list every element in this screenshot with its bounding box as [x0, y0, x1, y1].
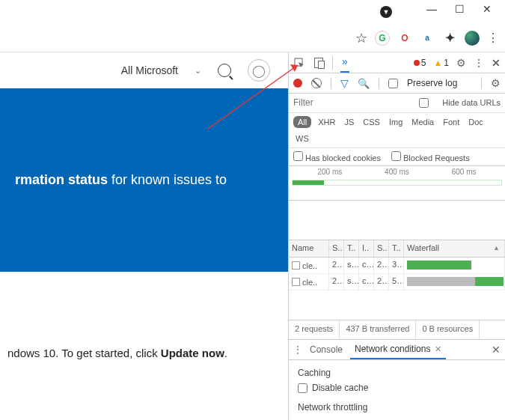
- body-text: ndows 10. To get started, click Update n…: [0, 272, 288, 367]
- browser-toolbar: ☆ G O a ✦ ⋮: [0, 24, 505, 52]
- request-table-header: Name S.. T.. I.. S.. T.. Waterfall▲: [289, 240, 505, 258]
- timeline-overview[interactable]: 200 ms 400 ms 600 ms: [289, 166, 505, 201]
- hero-text: for known issues to: [108, 172, 227, 187]
- has-blocked-cookies-checkbox[interactable]: [293, 151, 303, 161]
- disable-cache-label: Disable cache: [312, 383, 368, 393]
- filter-checks: Has blocked cookies Blocked Requests: [289, 148, 505, 166]
- blocked-requests[interactable]: Blocked Requests: [391, 151, 470, 162]
- inspect-element-icon[interactable]: [293, 57, 305, 69]
- hide-data-urls-checkbox[interactable]: [411, 98, 436, 108]
- extension-a-icon[interactable]: a: [420, 31, 435, 46]
- network-throttling-heading: Network throttling: [298, 402, 496, 413]
- settings-gear-icon[interactable]: ⚙: [456, 57, 466, 69]
- search-icon[interactable]: 🔍: [358, 78, 370, 89]
- divider: [481, 77, 482, 89]
- filter-funnel-icon[interactable]: ▽: [340, 77, 349, 89]
- type-filter-media[interactable]: Media: [409, 116, 436, 128]
- record-button[interactable]: [293, 79, 302, 88]
- all-microsoft-dropdown[interactable]: All Microsoft: [121, 64, 178, 76]
- disable-cache[interactable]: Disable cache: [298, 383, 496, 393]
- tab-label: Network conditions: [355, 344, 430, 354]
- status-bar: 2 requests 437 B transferred 0 B resourc…: [289, 320, 505, 339]
- close-tab-icon[interactable]: ✕: [435, 344, 441, 353]
- network-settings-icon[interactable]: ⚙: [491, 77, 501, 89]
- cell-size: 2..: [374, 258, 389, 273]
- device-mode-icon[interactable]: [313, 57, 325, 69]
- minimize-button[interactable]: —: [426, 3, 437, 15]
- tick-label: 400 ms: [385, 168, 409, 176]
- disable-cache-checkbox[interactable]: [298, 383, 307, 393]
- status-requests: 2 requests: [289, 320, 340, 338]
- cell-waterfall: [404, 274, 505, 290]
- blocked-requests-checkbox[interactable]: [391, 151, 401, 161]
- warning-count[interactable]: ▲1: [433, 58, 449, 68]
- close-devtools-button[interactable]: ✕: [492, 57, 501, 69]
- devtools-panel: » 5 ▲1 ⚙ ⋮ ✕ ▽ 🔍 Preserve log ⚙ Hide dat…: [288, 52, 505, 420]
- extension-grammarly-icon[interactable]: G: [375, 31, 390, 46]
- page-header: All Microsoft ⌄ ◯: [0, 52, 288, 88]
- type-filter-doc[interactable]: Doc: [466, 116, 486, 128]
- filter-input[interactable]: [293, 97, 405, 108]
- table-blank: [289, 290, 505, 320]
- cell-time: 3..: [389, 258, 404, 273]
- filter-row: Hide data URLs: [289, 94, 505, 112]
- maximize-button[interactable]: ☐: [455, 3, 465, 15]
- cell-initiator: c..: [359, 258, 374, 273]
- row-checkbox[interactable]: [292, 278, 300, 286]
- tab-console[interactable]: Console: [305, 341, 347, 359]
- tab-network-conditions[interactable]: Network conditions ✕: [350, 340, 446, 359]
- type-filter-ws[interactable]: WS: [293, 133, 311, 144]
- page-content: All Microsoft ⌄ ◯ rmation status for kno…: [0, 52, 288, 420]
- drawer-tabs: ⋮ Console Network conditions ✕ ✕: [289, 340, 505, 360]
- security-shield-icon[interactable]: ▼: [380, 6, 392, 18]
- hero-banner: rmation status for known issues to: [0, 88, 288, 272]
- timeline-track: [292, 180, 502, 186]
- drawer-menu-icon[interactable]: ⋮: [293, 344, 302, 355]
- type-filter-js[interactable]: JS: [342, 116, 356, 128]
- close-window-button[interactable]: ✕: [483, 3, 492, 15]
- type-filter-img[interactable]: Img: [387, 116, 405, 128]
- timeline-detail: [289, 201, 505, 240]
- preserve-log-checkbox[interactable]: [388, 79, 398, 88]
- cell-waterfall: [404, 258, 505, 273]
- extensions-icon[interactable]: ✦: [442, 31, 457, 46]
- hide-data-urls-label: Hide data URLs: [442, 98, 501, 107]
- type-filter-xhr[interactable]: XHR: [316, 116, 337, 128]
- error-count[interactable]: 5: [414, 58, 426, 68]
- row-checkbox[interactable]: [292, 261, 300, 270]
- body-text-part: ndows 10. To get started, click: [7, 347, 161, 359]
- window-controls: — ☐ ✕: [413, 0, 505, 18]
- user-account-icon[interactable]: ◯: [248, 59, 270, 82]
- type-filter-css[interactable]: CSS: [361, 116, 382, 128]
- type-filter-all[interactable]: All: [293, 116, 311, 128]
- cell-initiator: c..: [359, 274, 374, 290]
- sort-triangle-icon: ▲: [493, 244, 500, 252]
- blocked-requests-label: Blocked Requests: [403, 153, 470, 162]
- cell-type: s..: [344, 258, 359, 273]
- request-row[interactable]: cle.. 2.. s.. c.. 2.. 3..: [289, 258, 505, 274]
- status-transferred: 437 B transferred: [340, 320, 416, 338]
- clear-button[interactable]: [311, 78, 322, 88]
- extension-opera-icon[interactable]: O: [397, 31, 412, 46]
- col-status[interactable]: S..: [329, 240, 344, 257]
- close-drawer-button[interactable]: ✕: [492, 344, 501, 356]
- devtools-menu-icon[interactable]: ⋮: [474, 57, 484, 69]
- cell-status: 2..: [329, 258, 344, 273]
- browser-menu-icon[interactable]: ⋮: [487, 31, 499, 45]
- col-time[interactable]: T..: [389, 240, 404, 257]
- col-waterfall[interactable]: Waterfall▲: [404, 240, 505, 257]
- caching-heading: Caching: [298, 368, 496, 378]
- update-now-link[interactable]: Update now: [161, 347, 224, 359]
- col-name[interactable]: Name: [289, 240, 329, 257]
- col-initiator[interactable]: I..: [359, 240, 374, 257]
- search-icon[interactable]: [218, 64, 231, 77]
- has-blocked-cookies[interactable]: Has blocked cookies: [293, 151, 381, 162]
- type-filter-font[interactable]: Font: [441, 116, 462, 128]
- col-type[interactable]: T..: [344, 240, 359, 257]
- request-row[interactable]: cle.. 2.. s.. c.. 2.. 5..: [289, 274, 505, 290]
- cell-size: 2..: [374, 274, 389, 290]
- extension-globe-icon[interactable]: [465, 31, 480, 46]
- more-tabs-icon[interactable]: »: [340, 52, 349, 73]
- bookmark-star-icon[interactable]: ☆: [355, 30, 367, 46]
- col-size[interactable]: S..: [374, 240, 389, 257]
